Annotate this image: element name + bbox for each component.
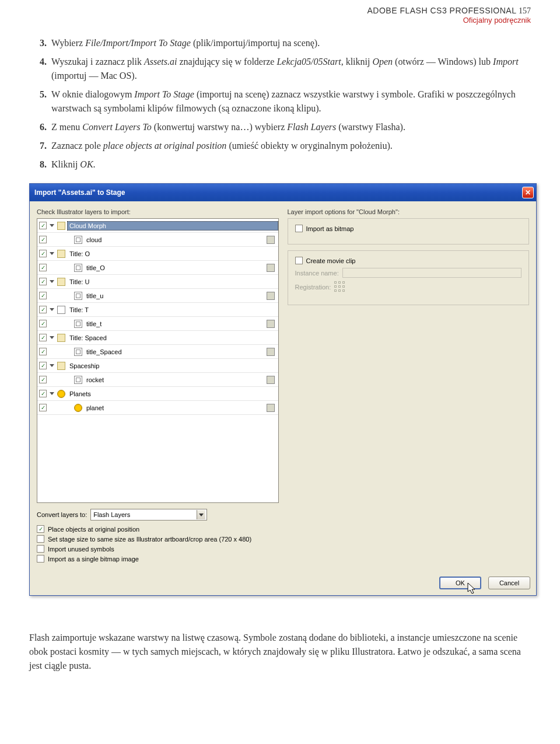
instruction-step: 4.Wyszukaj i zaznacz plik Assets.ai znaj… bbox=[35, 55, 531, 83]
book-subtitle: Oficjalny podręcznik bbox=[29, 16, 531, 25]
expand-triangle-icon[interactable] bbox=[50, 252, 54, 255]
document-page: ADOBE FLASH CS3 PROFESSIONAL 157 Oficjal… bbox=[0, 0, 560, 702]
option-checkbox[interactable]: ✓ bbox=[37, 525, 44, 533]
folder-icon bbox=[57, 250, 65, 258]
layer-checkbox[interactable]: ✓ bbox=[39, 222, 47, 229]
footer-paragraph: Flash zaimportuje wskazane warstwy na li… bbox=[29, 631, 531, 673]
layer-list-filler bbox=[37, 415, 278, 502]
layer-label[interactable]: Cloud Morph bbox=[67, 221, 278, 230]
layer-row[interactable]: ✓Title: U bbox=[37, 275, 278, 289]
expand-triangle-icon[interactable] bbox=[50, 336, 54, 339]
layer-row[interactable]: ✓Spaceship bbox=[37, 359, 278, 373]
layer-type-icon bbox=[267, 236, 275, 244]
import-bitmap-checkbox[interactable]: ✓ bbox=[295, 225, 303, 232]
registration-label: Registration: bbox=[295, 284, 331, 291]
layer-label[interactable]: Title: O bbox=[67, 249, 278, 259]
layer-checkbox[interactable]: ✓ bbox=[39, 236, 47, 243]
option-checkbox[interactable]: ✓ bbox=[37, 545, 44, 553]
layer-row[interactable]: ✓planet bbox=[37, 401, 278, 415]
layer-row[interactable]: ✓Title: Spaced bbox=[37, 331, 278, 345]
cancel-button-label: Cancel bbox=[499, 579, 519, 586]
layer-checkbox[interactable]: ✓ bbox=[39, 348, 47, 355]
convert-layers-select[interactable]: Flash Layers bbox=[90, 509, 207, 521]
layer-checkbox[interactable]: ✓ bbox=[39, 320, 47, 327]
expand-triangle-icon[interactable] bbox=[50, 280, 54, 283]
layer-label[interactable]: Spaceship bbox=[67, 361, 278, 371]
bitmap-group: ✓ Import as bitmap bbox=[288, 218, 530, 244]
import-option-row: ✓Place objects at original position bbox=[37, 525, 529, 533]
clip-icon bbox=[74, 236, 82, 244]
layer-label[interactable]: rocket bbox=[84, 375, 265, 385]
import-option-row: ✓Import unused symbols bbox=[37, 545, 529, 553]
clip-icon bbox=[74, 376, 82, 384]
layer-tree[interactable]: ✓Cloud Morph✓cloud✓Title: O✓title_O✓Titl… bbox=[37, 218, 279, 503]
option-label: Set stage size to same size as Illustrat… bbox=[48, 536, 251, 543]
layers-label: Check Illustrator layers to import: bbox=[37, 208, 279, 215]
expand-triangle-icon[interactable] bbox=[50, 364, 54, 367]
layers-column: Check Illustrator layers to import: ✓Clo… bbox=[37, 208, 279, 503]
layer-row[interactable]: ✓Title: O bbox=[37, 247, 278, 261]
import-bitmap-label: Import as bitmap bbox=[306, 225, 354, 232]
create-clip-checkbox[interactable]: ✓ bbox=[295, 257, 303, 264]
option-checkbox[interactable]: ✓ bbox=[37, 535, 44, 543]
layer-checkbox[interactable]: ✓ bbox=[39, 264, 47, 271]
layer-row[interactable]: ✓Planets bbox=[37, 387, 278, 401]
layer-row[interactable]: ✓cloud bbox=[37, 233, 278, 247]
layer-checkbox[interactable]: ✓ bbox=[39, 376, 47, 383]
expand-triangle-icon[interactable] bbox=[50, 224, 54, 227]
layer-row[interactable]: ✓title_Spaced bbox=[37, 345, 278, 359]
folder-icon bbox=[57, 362, 65, 370]
layer-checkbox[interactable]: ✓ bbox=[39, 404, 47, 411]
layer-label[interactable]: title_Spaced bbox=[84, 347, 265, 357]
layer-checkbox[interactable]: ✓ bbox=[39, 390, 47, 397]
layer-label[interactable]: title_O bbox=[84, 263, 265, 273]
layer-label[interactable]: cloud bbox=[84, 235, 265, 244]
layer-row[interactable]: ✓rocket bbox=[37, 373, 278, 387]
layer-label[interactable]: Title: Spaced bbox=[67, 333, 278, 343]
dialog-buttons: OK Cancel bbox=[30, 572, 536, 595]
instance-name-input bbox=[342, 268, 522, 278]
convert-options-area: Convert layers to: Flash Layers ✓Place o… bbox=[37, 509, 529, 563]
layer-checkbox[interactable]: ✓ bbox=[39, 334, 47, 341]
layer-label[interactable]: Title: U bbox=[67, 277, 278, 287]
folder-icon bbox=[57, 222, 65, 230]
layer-row[interactable]: ✓Cloud Morph bbox=[37, 219, 278, 233]
layer-row[interactable]: ✓Title: T bbox=[37, 303, 278, 317]
option-checkbox[interactable]: ✓ bbox=[37, 555, 44, 563]
layer-label[interactable]: title_t bbox=[84, 319, 265, 329]
layer-type-icon bbox=[267, 264, 275, 272]
close-button[interactable]: ✕ bbox=[522, 187, 534, 198]
layer-checkbox[interactable]: ✓ bbox=[39, 292, 47, 299]
layer-label[interactable]: title_u bbox=[84, 291, 265, 301]
layer-checkbox[interactable]: ✓ bbox=[39, 362, 47, 369]
layer-label[interactable]: Title: T bbox=[67, 305, 278, 315]
circle-y-icon bbox=[74, 404, 82, 412]
import-option-row: ✓Import as a single bitmap image bbox=[37, 555, 529, 563]
options-label: Layer import options for "Cloud Morph": bbox=[288, 208, 530, 215]
layer-label[interactable]: planet bbox=[84, 403, 265, 413]
layer-row[interactable]: ✓title_O bbox=[37, 261, 278, 275]
layer-checkbox[interactable]: ✓ bbox=[39, 250, 47, 257]
clip-icon bbox=[74, 292, 82, 300]
import-dialog: Import "Assets.ai" to Stage ✕ Check Illu… bbox=[29, 183, 537, 596]
instruction-step: 8.Kliknij OK. bbox=[35, 158, 531, 172]
layer-row[interactable]: ✓title_u bbox=[37, 289, 278, 303]
layer-checkbox[interactable]: ✓ bbox=[39, 278, 47, 285]
group-icon bbox=[57, 306, 65, 314]
layer-checkbox[interactable]: ✓ bbox=[39, 306, 47, 313]
layer-type-icon bbox=[267, 320, 275, 328]
page-number: 157 bbox=[519, 6, 531, 15]
clip-icon bbox=[74, 348, 82, 356]
expand-triangle-icon[interactable] bbox=[50, 308, 54, 311]
ok-button-label: OK bbox=[456, 579, 465, 586]
instruction-step: 7.Zaznacz pole place objects at original… bbox=[35, 139, 531, 153]
folder-icon bbox=[57, 278, 65, 286]
layer-label[interactable]: Planets bbox=[67, 389, 278, 399]
circle-y-icon bbox=[57, 390, 65, 398]
layer-type-icon bbox=[267, 404, 275, 412]
expand-triangle-icon[interactable] bbox=[50, 392, 54, 395]
dialog-titlebar[interactable]: Import "Assets.ai" to Stage ✕ bbox=[30, 184, 536, 201]
cancel-button[interactable]: Cancel bbox=[488, 577, 530, 589]
create-clip-label: Create movie clip bbox=[306, 257, 356, 264]
layer-row[interactable]: ✓title_t bbox=[37, 317, 278, 331]
